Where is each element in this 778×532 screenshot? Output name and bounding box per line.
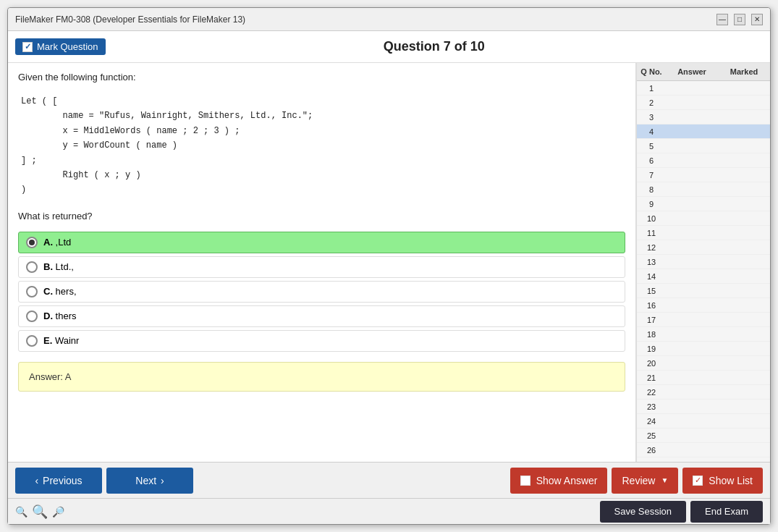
save-session-label: Save Session bbox=[614, 506, 672, 517]
sidebar-row-13[interactable]: 13 bbox=[637, 255, 770, 269]
option-radio-d bbox=[26, 311, 38, 322]
sidebar-row-18[interactable]: 18 bbox=[637, 327, 770, 342]
session-exam-buttons: Save Session End Exam bbox=[600, 501, 763, 523]
sidebar-row-12[interactable]: 12 bbox=[637, 240, 770, 255]
mark-question-button[interactable]: ✓ Mark Question bbox=[15, 38, 106, 55]
review-button[interactable]: Review ▼ bbox=[612, 468, 678, 494]
sidebar-row-22[interactable]: 22 bbox=[637, 385, 770, 400]
option-label-d: D. thers bbox=[43, 311, 77, 321]
sidebar-row-7[interactable]: 7 bbox=[637, 168, 770, 182]
window-title: FileMaker FM0-308 (Developer Essentials … bbox=[15, 14, 245, 25]
sidebar-row-10[interactable]: 10 bbox=[637, 211, 770, 226]
end-exam-button[interactable]: End Exam bbox=[690, 501, 763, 523]
save-session-button[interactable]: Save Session bbox=[600, 501, 687, 523]
sidebar-row-14[interactable]: 14 bbox=[637, 269, 770, 284]
sidebar-row-4[interactable]: 4 bbox=[637, 124, 770, 139]
sidebar-row-5[interactable]: 5 bbox=[637, 139, 770, 153]
mark-question-label: Mark Question bbox=[37, 41, 98, 52]
sidebar-row-26[interactable]: 26 bbox=[637, 443, 770, 457]
main-window: FileMaker FM0-308 (Developer Essentials … bbox=[7, 7, 771, 525]
option-item-d[interactable]: D. thers bbox=[18, 305, 625, 327]
options-list: A. ,Ltd B. Ltd., C. hers, D. thers E. Wa… bbox=[18, 232, 625, 352]
sidebar-row-3[interactable]: 3 bbox=[637, 110, 770, 124]
review-label: Review bbox=[622, 475, 655, 486]
option-item-a[interactable]: A. ,Ltd bbox=[18, 232, 625, 253]
zoom-normal-button[interactable]: 🔍 bbox=[32, 505, 48, 518]
sidebar-header-qno: Q No. bbox=[637, 66, 666, 77]
review-arrow-icon: ▼ bbox=[661, 476, 668, 484]
previous-label: Previous bbox=[43, 475, 82, 486]
sidebar-row-19[interactable]: 19 bbox=[637, 342, 770, 356]
option-radio-a bbox=[26, 237, 38, 248]
option-label-c: C. hers, bbox=[43, 286, 77, 297]
sidebar-row-1[interactable]: 1 bbox=[637, 81, 770, 96]
sidebar: Q No. Answer Marked 1 2 3 4 5 6 7 8 9 10… bbox=[636, 63, 770, 462]
zoom-bar: 🔍 🔍 🔎 Save Session End Exam bbox=[8, 498, 770, 524]
sidebar-row-25[interactable]: 25 bbox=[637, 428, 770, 443]
zoom-controls: 🔍 🔍 🔎 bbox=[15, 505, 64, 518]
question-intro: Given the following function: bbox=[18, 72, 625, 83]
sidebar-row-17[interactable]: 17 bbox=[637, 313, 770, 327]
option-item-b[interactable]: B. Ltd., bbox=[18, 256, 625, 278]
end-exam-label: End Exam bbox=[705, 506, 748, 517]
show-answer-label: Show Answer bbox=[536, 475, 598, 486]
zoom-out-small-button[interactable]: 🔍 bbox=[15, 507, 28, 517]
sidebar-row-15[interactable]: 15 bbox=[637, 284, 770, 298]
main-content: Given the following function: Let ( [ na… bbox=[8, 63, 770, 462]
previous-arrow-icon: ‹ bbox=[35, 475, 38, 486]
question-area: Given the following function: Let ( [ na… bbox=[8, 63, 636, 462]
toolbar: ✓ Mark Question Question 7 of 10 bbox=[8, 31, 770, 63]
question-title: Question 7 of 10 bbox=[106, 39, 763, 54]
sidebar-row-11[interactable]: 11 bbox=[637, 226, 770, 240]
sidebar-row-20[interactable]: 20 bbox=[637, 356, 770, 371]
zoom-in-button[interactable]: 🔎 bbox=[52, 507, 64, 517]
sidebar-header-marked: Marked bbox=[718, 66, 770, 77]
window-controls: — □ ✕ bbox=[716, 14, 763, 25]
titlebar: FileMaker FM0-308 (Developer Essentials … bbox=[8, 8, 770, 31]
next-button[interactable]: Next › bbox=[106, 468, 193, 494]
sidebar-header: Q No. Answer Marked bbox=[637, 63, 770, 81]
sidebar-row-23[interactable]: 23 bbox=[637, 400, 770, 414]
sidebar-row-21[interactable]: 21 bbox=[637, 371, 770, 385]
sidebar-row-6[interactable]: 6 bbox=[637, 153, 770, 168]
show-answer-button[interactable]: Show Answer bbox=[510, 468, 608, 494]
next-arrow-icon: › bbox=[161, 475, 164, 486]
show-list-button[interactable]: ✓ Show List bbox=[682, 468, 763, 494]
close-button[interactable]: ✕ bbox=[751, 14, 763, 25]
sidebar-row-24[interactable]: 24 bbox=[637, 414, 770, 428]
sidebar-header-answer: Answer bbox=[666, 66, 718, 77]
option-label-e: E. Wainr bbox=[43, 335, 79, 346]
show-list-label: Show List bbox=[709, 475, 753, 486]
answer-box: Answer: A bbox=[18, 362, 625, 392]
next-label: Next bbox=[135, 475, 156, 486]
sidebar-row-16[interactable]: 16 bbox=[637, 298, 770, 313]
option-label-b: B. Ltd., bbox=[43, 261, 74, 272]
previous-button[interactable]: ‹ Previous bbox=[15, 468, 102, 494]
show-list-checkbox-icon: ✓ bbox=[693, 476, 703, 486]
sidebar-row-9[interactable]: 9 bbox=[637, 197, 770, 211]
option-item-e[interactable]: E. Wainr bbox=[18, 330, 625, 352]
code-block: Let ( [ name = "Rufus, Wainright, Smithe… bbox=[18, 90, 625, 202]
answer-label: Answer: A bbox=[29, 371, 72, 382]
mark-checkbox-icon: ✓ bbox=[22, 42, 33, 52]
maximize-button[interactable]: □ bbox=[734, 14, 745, 25]
question-prompt: What is returned? bbox=[18, 211, 625, 221]
option-radio-c bbox=[26, 286, 38, 297]
option-radio-e bbox=[26, 335, 38, 347]
minimize-button[interactable]: — bbox=[716, 14, 728, 25]
sidebar-row-2[interactable]: 2 bbox=[637, 96, 770, 110]
show-answer-icon bbox=[520, 476, 530, 486]
option-item-c[interactable]: C. hers, bbox=[18, 281, 625, 303]
option-label-a: A. ,Ltd bbox=[43, 237, 71, 248]
option-radio-b bbox=[26, 261, 38, 273]
sidebar-row-8[interactable]: 8 bbox=[637, 182, 770, 197]
bottom-nav-bar: ‹ Previous Next › Show Answer Review ▼ ✓… bbox=[8, 462, 770, 498]
